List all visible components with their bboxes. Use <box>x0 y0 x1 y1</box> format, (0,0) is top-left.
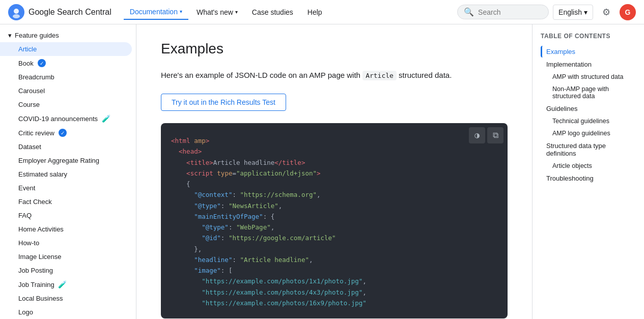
sidebar-item-fact-check[interactable]: Fact Check <box>0 195 132 209</box>
sidebar-item-home-activities[interactable]: Home Activities <box>0 222 132 236</box>
description: Here's an example of JSON-LD code on an … <box>161 69 508 81</box>
sidebar-item-covid[interactable]: COVID-19 announcements 🧪 <box>0 111 132 126</box>
sidebar-item-carousel[interactable]: Carousel <box>0 84 132 98</box>
nav-case-studies[interactable]: Case studies <box>246 5 299 19</box>
sidebar-item-how-to[interactable]: How-to <box>0 236 132 250</box>
sidebar-item-faq[interactable]: FAQ <box>0 209 132 222</box>
toc-item-nonamp-structured[interactable]: Non-AMP page with structured data <box>541 83 636 102</box>
nav-documentation[interactable]: Documentation ▾ <box>124 5 188 20</box>
logo-text: Google Search Central <box>29 8 111 17</box>
nav-items: Documentation ▾ What's new ▾ Case studie… <box>124 5 453 20</box>
toc-item-troubleshooting[interactable]: Troubleshooting <box>541 172 636 184</box>
sidebar-item-dataset[interactable]: Dataset <box>0 140 132 154</box>
toc-item-article-objects[interactable]: Article objects <box>541 160 636 171</box>
try-rich-results-button[interactable]: Try it out in the Rich Results Test <box>161 94 286 111</box>
chevron-down-icon: ▾ <box>8 32 12 39</box>
topnav: Google Search Central Documentation ▾ Wh… <box>0 0 644 24</box>
main-content: Examples Here's an example of JSON-LD co… <box>136 24 532 319</box>
toc-title: Table of contents <box>541 33 636 40</box>
sidebar-item-course[interactable]: Course <box>0 98 132 111</box>
chevron-down-icon: ▾ <box>235 9 238 15</box>
svg-point-1 <box>13 14 20 18</box>
sidebar-item-employer-aggregate[interactable]: Employer Aggregate Rating <box>0 154 132 167</box>
logo-area[interactable]: Google Search Central <box>8 4 111 20</box>
sidebar-item-estimated-salary[interactable]: Estimated salary <box>0 167 132 181</box>
section-heading: Examples <box>161 41 508 57</box>
svg-point-0 <box>14 9 19 14</box>
chevron-down-icon: ▾ <box>584 8 587 16</box>
toc-item-structured-data-type[interactable]: Structured data type definitions <box>541 140 636 159</box>
dark-mode-toggle[interactable]: ◑ <box>469 127 485 143</box>
sidebar-item-job-posting[interactable]: Job Posting <box>0 264 132 277</box>
copy-button[interactable]: ⧉ <box>487 127 503 143</box>
chevron-down-icon: ▾ <box>180 9 182 14</box>
search-icon: 🔍 <box>464 7 474 17</box>
sidebar-item-local-business[interactable]: Local Business <box>0 292 132 305</box>
nav-right: 🔍 English ▾ ⚙ G <box>457 3 636 21</box>
sidebar-item-breadcrumb[interactable]: Breadcrumb <box>0 70 132 84</box>
inline-code: Article <box>362 71 397 80</box>
sidebar-item-logo[interactable]: Logo <box>0 305 132 319</box>
flask-icon: 🧪 <box>59 280 67 288</box>
code-content: <html amp> <head> <title>Article headlin… <box>161 123 508 318</box>
checkmark-badge: ✓ <box>59 129 67 137</box>
toc-item-guidelines[interactable]: Guidelines <box>541 103 636 114</box>
sidebar: ▾ Feature guides Article Book ✓ Breadcru… <box>0 24 136 319</box>
toc-item-technical-guidelines[interactable]: Technical guidelines <box>541 115 636 127</box>
avatar[interactable]: G <box>620 4 636 20</box>
code-toolbar: ◑ ⧉ <box>469 127 503 143</box>
page-layout: ▾ Feature guides Article Book ✓ Breadcru… <box>0 24 644 319</box>
toc-item-amp-logo-guidelines[interactable]: AMP logo guidelines <box>541 128 636 139</box>
sidebar-item-critic-review[interactable]: Critic review ✓ <box>0 126 132 140</box>
sidebar-item-image-license[interactable]: Image License <box>0 250 132 264</box>
sidebar-item-job-training[interactable]: Job Training 🧪 <box>0 277 132 292</box>
sidebar-item-article[interactable]: Article <box>0 42 132 56</box>
code-block: ◑ ⧉ <html amp> <head> <title>Article hea… <box>161 123 508 318</box>
checkmark-badge: ✓ <box>38 59 46 67</box>
toc-item-amp-structured[interactable]: AMP with structured data <box>541 71 636 82</box>
sidebar-section-feature-guides[interactable]: ▾ Feature guides <box>0 28 136 42</box>
toc-panel: Table of contents Examples Examples Impl… <box>532 24 644 319</box>
sidebar-item-event[interactable]: Event <box>0 181 132 195</box>
language-selector[interactable]: English ▾ <box>553 5 593 20</box>
nav-help[interactable]: Help <box>301 5 328 19</box>
search-input[interactable] <box>478 8 539 16</box>
settings-button[interactable]: ⚙ <box>597 3 615 21</box>
sidebar-item-book[interactable]: Book ✓ <box>0 56 132 70</box>
toc-item-implementation[interactable]: Implementation <box>541 59 636 70</box>
search-box[interactable]: 🔍 <box>457 5 549 19</box>
flask-icon: 🧪 <box>102 114 110 123</box>
logo-icon <box>8 4 24 20</box>
toc-item-examples[interactable]: Examples <box>541 46 636 57</box>
nav-whats-new[interactable]: What's new ▾ <box>190 5 244 19</box>
